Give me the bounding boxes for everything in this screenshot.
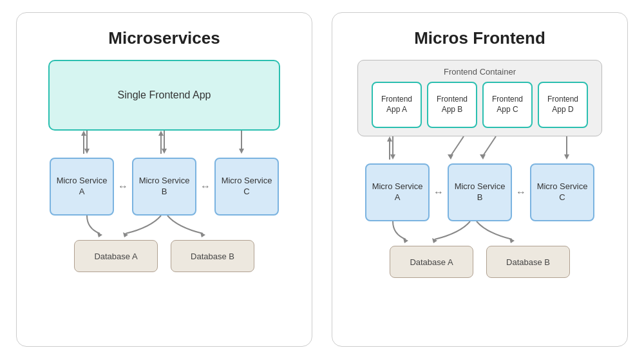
right-title: Micros Frontend	[414, 28, 545, 48]
right-service-a: Micro Service A	[365, 163, 430, 221]
left-db-a-label: Database A	[94, 252, 137, 261]
left-service-b-sub: B	[162, 187, 167, 198]
right-service-b: Micro Service B	[448, 163, 512, 221]
svg-marker-14	[390, 154, 395, 160]
left-service-a-sub: A	[79, 187, 85, 198]
single-frontend-label: Single Frontend App	[118, 89, 211, 101]
svg-marker-1	[84, 149, 90, 154]
frontend-container: Frontend Container FrontendApp A Fronten…	[357, 60, 602, 136]
left-service-c-label: Micro Service	[222, 176, 272, 187]
frontend-app-b-label: FrontendApp B	[437, 95, 468, 115]
left-arrow-bc: ↔	[196, 181, 214, 192]
right-service-c-sub: C	[559, 192, 565, 203]
frontend-app-a-label: FrontendApp A	[381, 95, 412, 115]
frontend-app-c: FrontendApp C	[482, 82, 533, 128]
frontend-app-c-label: FrontendApp C	[492, 95, 523, 115]
right-services-row: Micro Service A ↔ Micro Service B ↔ Micr…	[357, 163, 602, 221]
left-db-b: Database B	[171, 240, 254, 272]
svg-marker-9	[239, 149, 244, 154]
svg-line-17	[451, 136, 464, 156]
svg-marker-22	[564, 154, 569, 160]
left-title: Microservices	[108, 28, 220, 48]
left-services-row: Micro Service A ↔ Micro Service B ↔ Micr…	[48, 158, 280, 216]
right-service-a-label: Micro Service	[372, 181, 423, 192]
svg-line-19	[483, 136, 496, 156]
right-arrow-bc: ↔	[512, 187, 530, 198]
left-db-b-label: Database B	[191, 252, 234, 261]
frontend-app-d-label: FrontendApp D	[547, 95, 578, 115]
right-db-row: Database A Database B	[357, 246, 602, 278]
right-top-arrows	[357, 136, 602, 163]
right-service-b-sub: B	[477, 192, 483, 203]
right-db-b: Database B	[486, 246, 570, 278]
left-arrow-ab: ↔	[114, 181, 132, 192]
left-panel: Microservices Single Frontend App Micro …	[16, 12, 312, 347]
right-service-c-label: Micro Service	[537, 181, 588, 192]
right-db-a-label: Database A	[410, 257, 453, 267]
left-db-row: Database A Database B	[48, 240, 280, 272]
svg-marker-18	[448, 154, 453, 160]
svg-marker-16	[387, 136, 392, 142]
frontend-app-d: FrontendApp D	[538, 82, 588, 128]
right-service-a-sub: A	[395, 192, 401, 203]
left-bottom-arrows	[48, 216, 280, 240]
svg-marker-5	[162, 149, 167, 154]
left-service-b: Micro Service B	[132, 158, 196, 216]
svg-marker-3	[81, 131, 86, 136]
frontend-apps-row: FrontendApp A FrontendApp B FrontendApp …	[372, 82, 588, 128]
svg-marker-20	[480, 154, 486, 160]
right-service-c: Micro Service C	[530, 163, 594, 221]
svg-marker-7	[158, 131, 164, 136]
left-service-c: Micro Service C	[214, 158, 279, 216]
right-panel: Micros Frontend Frontend Container Front…	[332, 12, 628, 347]
single-frontend-box: Single Frontend App	[48, 60, 280, 131]
left-service-c-sub: C	[243, 187, 249, 198]
right-service-b-label: Micro Service	[455, 181, 506, 192]
right-arrow-ab: ↔	[430, 187, 448, 198]
left-top-arrows	[48, 131, 280, 158]
left-db-a: Database A	[74, 240, 158, 272]
right-bottom-arrows	[357, 221, 602, 246]
right-db-b-label: Database B	[506, 257, 550, 267]
left-service-a-label: Micro Service	[57, 176, 108, 187]
right-db-a: Database A	[390, 246, 473, 278]
left-service-b-label: Micro Service	[139, 176, 190, 187]
frontend-app-b: FrontendApp B	[427, 82, 477, 128]
frontend-app-a: FrontendApp A	[372, 82, 422, 128]
left-service-a: Micro Service A	[50, 158, 114, 216]
frontend-container-label: Frontend Container	[444, 67, 516, 77]
